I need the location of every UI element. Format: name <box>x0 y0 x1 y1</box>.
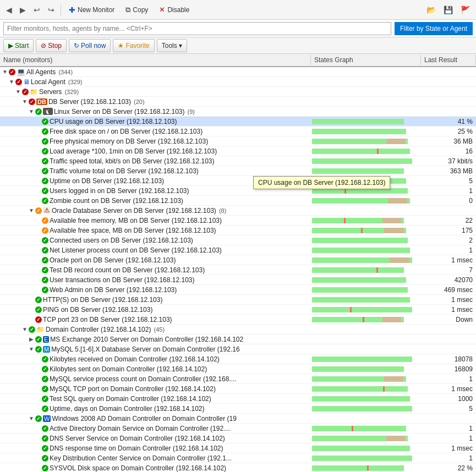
tree-row[interactable]: ✓Free physical memory on DB Server (192.… <box>0 136 476 146</box>
poll-button[interactable]: ↻ Poll now <box>69 39 111 52</box>
expand-icon[interactable]: ▶ <box>29 336 34 342</box>
tree-row[interactable]: ✓MySQL TCP port on Domain Controller (19… <box>0 384 476 394</box>
graph-cell <box>311 117 421 126</box>
filter-input[interactable] <box>3 22 391 35</box>
tree-name-cell: ✓Test DB record count on DB Server (192.… <box>0 266 311 275</box>
tree-row[interactable]: ✓Oracle port on DB Server (192.168.12.10… <box>0 255 476 265</box>
tree-name-cell: ✓DNS response time on Domain Controller … <box>0 444 311 453</box>
start-button[interactable]: ▶ Start <box>3 39 34 52</box>
tree-row[interactable]: ✓DNS response time on Domain Controller … <box>0 443 476 453</box>
expand-icon[interactable]: ▼ <box>29 346 34 352</box>
tree-name-cell: ✓Zombie count on DB Server (192.168.12.1… <box>0 196 311 205</box>
back-button[interactable]: ◀ <box>3 4 15 16</box>
graph-cell <box>311 107 421 116</box>
tree-row[interactable]: ✓Free disk space on / on DB Server (192.… <box>0 127 476 136</box>
tree-name-cell: ✓Load average *100, 1min on DB Server (1… <box>0 147 311 156</box>
result-cell: 1 <box>421 246 476 255</box>
expand-icon[interactable]: ▼ <box>9 79 14 85</box>
tree-row[interactable]: ✓Web Admin on DB Server (192.168.12.103)… <box>0 285 476 295</box>
tree-row[interactable]: ✓SYSVOL Disk space on Domain Controller … <box>0 463 476 472</box>
tree-row[interactable]: ✓Load average *100, 1min on DB Server (1… <box>0 146 476 156</box>
tree-row[interactable]: ✓Net Listener process count on DB Server… <box>0 245 476 255</box>
result-cell: 16 <box>421 147 476 156</box>
row-label: SYSVOL Disk space on Domain Controller (… <box>50 464 226 472</box>
tree-row[interactable]: ✓Users logged in on DB Server (192.168.1… <box>0 186 476 196</box>
tree-row[interactable]: ✓Uptime, days on Domain Controller (192.… <box>0 404 476 414</box>
tree-row[interactable]: ✓Test DB record count on DB Server (192.… <box>0 265 476 275</box>
expand-icon[interactable]: ▼ <box>22 98 28 105</box>
row-badge: (8) <box>217 207 227 214</box>
tree-row[interactable]: ✓Kilobytes received on Domain Controller… <box>0 354 476 364</box>
tree-row[interactable]: ▼✓⚠Oracle Database Server on DB Server (… <box>0 206 476 216</box>
tree-name-cell: ✓Key Distribution Center Service on Doma… <box>0 454 311 463</box>
tree-row[interactable]: ✓CPU usage on DB Server (192.168.12.103)… <box>0 117 476 127</box>
expand-icon[interactable]: ▼ <box>22 326 28 332</box>
undo-button[interactable]: ↩ <box>31 4 43 16</box>
tree-row[interactable]: ✓Active Directory Domain Service on Doma… <box>0 424 476 433</box>
expand-icon[interactable]: ▼ <box>15 89 21 95</box>
tree-row[interactable]: ✓PING on DB Server (192.168.12.103)1 mse… <box>0 305 476 315</box>
tree-row[interactable]: ✓User transactions on DB Server (192.168… <box>0 275 476 285</box>
tree-row[interactable]: ▼✓MMySQL 5.[1-6].X Database Server on Do… <box>0 344 476 354</box>
tree-name-cell: ✓Free disk space on / on DB Server (192.… <box>0 127 311 136</box>
tree-row[interactable]: ✓Traffic volume total on DB Server (192.… <box>0 166 476 176</box>
tree-row[interactable]: ✓Connected users on DB Server (192.168.1… <box>0 235 476 245</box>
stop-button[interactable]: ⊘ Stop <box>36 39 67 52</box>
tree-row[interactable]: ✓Kilobytes sent on Domain Controller (19… <box>0 364 476 374</box>
tree-name-cell: ✓Oracle port on DB Server (192.168.12.10… <box>0 256 311 265</box>
status-icon: ✓ <box>29 326 35 333</box>
tree-name-cell: ✓Connected users on DB Server (192.168.1… <box>0 236 311 245</box>
tree-row[interactable]: ✓Key Distribution Center Service on Doma… <box>0 453 476 463</box>
result-cell: 1 msec <box>421 295 476 304</box>
tree-row[interactable]: ▶✓EMS Exchange 2010 Server on Domain Con… <box>0 334 476 344</box>
tree-row[interactable]: ▼✓💻All Agents (344) <box>0 67 476 77</box>
expand-icon[interactable]: ▼ <box>29 207 34 213</box>
tree-row[interactable]: ▼✓📁Servers (329) <box>0 87 476 97</box>
result-cell: 1 msec <box>421 385 476 393</box>
tree-row[interactable]: ▼✓📁Domain Controller (192.168.14.102) (4… <box>0 325 476 334</box>
tree-row[interactable]: ✓Zombie count on DB Server (192.168.12.1… <box>0 196 476 206</box>
tree-row[interactable]: ✓TCP port 23 on DB Server (192.168.12.10… <box>0 315 476 325</box>
tree-row[interactable]: ✓Available free space, MB on DB Server (… <box>0 226 476 235</box>
status-icon: ✓ <box>42 396 48 402</box>
tree-row[interactable]: ✓Test SQL query on Domain Controller (19… <box>0 394 476 404</box>
tree-row[interactable]: ▼✓🖥Local Agent (329) <box>0 77 476 87</box>
row-label: Free physical memory on DB Server (192.1… <box>50 138 208 145</box>
sep1 <box>61 4 61 15</box>
favorite-button[interactable]: ★ Favorite <box>113 39 154 52</box>
tree-name-cell: ✓PING on DB Server (192.168.12.103) <box>0 305 311 314</box>
tree-row[interactable]: ▼✓🐧Linux Server on DB Server (192.168.12… <box>0 107 476 117</box>
tree-name-cell: ▼✓📁Servers (329) <box>0 87 311 96</box>
result-cell <box>421 111 476 112</box>
open-folder-button[interactable]: 📂 <box>424 4 439 16</box>
save-button[interactable]: 💾 <box>441 4 456 16</box>
tree-row[interactable]: ✓Available free memory, MB on DB Server … <box>0 216 476 226</box>
expand-icon[interactable]: ▼ <box>2 69 8 75</box>
status-icon: ✓ <box>42 366 48 372</box>
alert-button[interactable]: 🚩 <box>458 4 473 16</box>
tools-button[interactable]: Tools ▾ <box>157 39 187 52</box>
tree-row[interactable]: ✓HTTP(S) on DB Server (192.168.12.103)1 … <box>0 295 476 305</box>
result-cell <box>421 81 476 83</box>
redo-button[interactable]: ↪ <box>45 4 57 16</box>
new-monitor-button[interactable]: ✚ New Monitor <box>64 4 119 16</box>
tree-row[interactable]: ▼✓DBDB Server (192.168.12.103) (20) <box>0 97 476 107</box>
copy-button[interactable]: ⧉ Copy <box>121 4 152 16</box>
tree-row[interactable]: ✓MySQL service process count on Domain C… <box>0 374 476 384</box>
disable-button[interactable]: ✕ Disable <box>155 4 194 15</box>
tree-row[interactable]: ✓DNS Server Service on Domain Controller… <box>0 433 476 443</box>
filter-state-button[interactable]: Filter by State or Agent <box>395 22 473 35</box>
tree-row[interactable]: ✓Traffic speed total, kbit/s on DB Serve… <box>0 156 476 166</box>
tree-name-cell: ▼✓💻All Agents (344) <box>0 67 311 76</box>
forward-button[interactable]: ▶ <box>17 4 29 16</box>
graph-column-header: States Graph <box>311 55 421 65</box>
expand-icon[interactable]: ▼ <box>29 415 34 421</box>
expand-icon[interactable]: ▼ <box>29 108 34 114</box>
result-cell: 7 <box>421 266 476 275</box>
result-cell: 469 msec <box>421 286 476 294</box>
graph-cell <box>311 443 421 453</box>
tree-row[interactable]: ▼✓WWindows 2008 AD Domain Controller on … <box>0 414 476 424</box>
graph-cell <box>311 344 421 354</box>
status-icon: ✓ <box>35 297 42 303</box>
tree-row[interactable]: ✓Uptime on DB Server (192.168.12.103)5 <box>0 176 476 186</box>
